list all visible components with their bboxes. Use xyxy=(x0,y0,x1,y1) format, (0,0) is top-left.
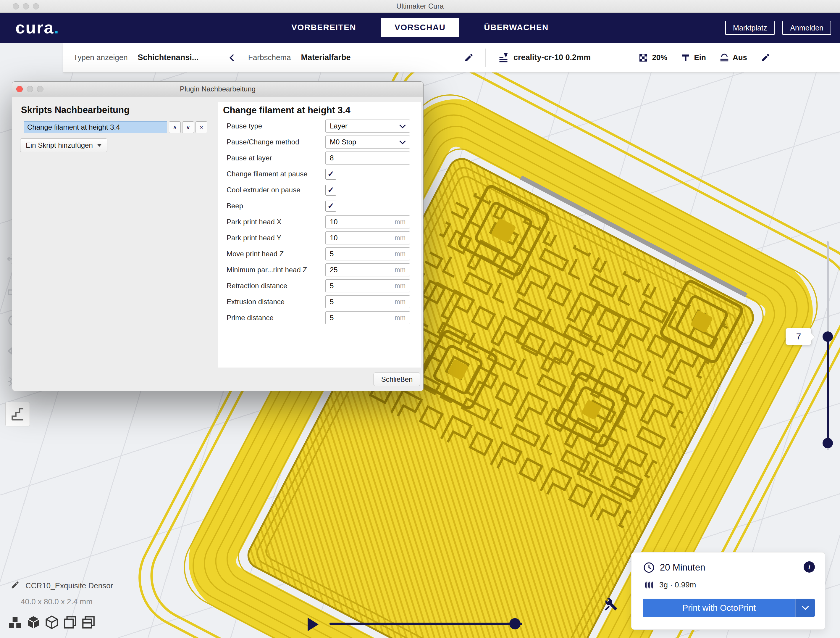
duplicate-documents-icon[interactable] xyxy=(81,615,96,630)
input-value: 10 xyxy=(330,218,338,226)
logo-dot: . xyxy=(54,18,60,37)
view-type-value[interactable]: Schichtenansi... xyxy=(138,53,199,62)
info-icon[interactable]: i xyxy=(804,561,815,573)
active-script-item[interactable]: Change filament at height 3.4 xyxy=(24,121,167,133)
color-scheme-value[interactable]: Materialfarbe xyxy=(301,53,351,62)
edit-settings-pencil-icon[interactable] xyxy=(761,53,770,62)
slice-settings-summary: 20% Ein Aus xyxy=(638,53,770,63)
collapse-chevron-icon[interactable] xyxy=(229,54,234,62)
print-with-octoprint-button[interactable]: Print with OctoPrint xyxy=(643,598,815,617)
field-label: Pause type xyxy=(227,122,262,130)
change-filament-at-pause-checkbox[interactable]: ✓ xyxy=(325,169,336,180)
extrusion-distance-input[interactable]: 5 mm xyxy=(325,295,410,308)
field-label: Move print head Z xyxy=(227,250,284,258)
window-controls xyxy=(13,3,39,9)
close-window-button[interactable] xyxy=(13,3,19,9)
header-actions: Marktplatz Anmelden xyxy=(725,21,831,35)
adhesion-icon xyxy=(720,53,729,62)
chevron-down-icon xyxy=(399,122,406,130)
infill-indicator[interactable]: 20% xyxy=(638,53,667,63)
copy-documents-icon[interactable] xyxy=(63,615,77,630)
current-layer-tag[interactable]: 7 xyxy=(786,328,812,345)
post-processing-dialog: Plugin Nachbearbeitung Skripts Nachbearb… xyxy=(12,81,423,391)
cubes-cluster-icon[interactable] xyxy=(8,615,22,630)
park-print-head-y-input[interactable]: 10 mm xyxy=(325,231,410,244)
cool-extruder-checkbox[interactable]: ✓ xyxy=(325,185,336,196)
park-print-head-x-input[interactable]: 10 mm xyxy=(325,215,410,228)
move-print-head-z-input[interactable]: 5 mm xyxy=(325,247,410,260)
layer-slider-bottom-handle[interactable] xyxy=(823,438,833,448)
field-label: Pause at layer xyxy=(227,154,272,162)
field-row: Retraction distance 5 mm xyxy=(218,278,421,294)
play-button[interactable] xyxy=(308,617,319,631)
tab-preview[interactable]: VORSCHAU xyxy=(381,18,459,37)
minimize-window-button[interactable] xyxy=(23,3,29,9)
dialog-titlebar[interactable]: Plugin Nachbearbeitung xyxy=(12,82,423,97)
dialog-minimize-button[interactable] xyxy=(27,86,33,92)
window-title: Ultimaker Cura xyxy=(396,2,444,10)
material-estimate: 3g · 0.99m xyxy=(659,580,696,589)
adhesion-value: Aus xyxy=(733,53,747,62)
pause-type-select[interactable]: Layer xyxy=(325,120,410,133)
simulation-slider-handle[interactable] xyxy=(509,618,521,629)
view-type-label: Typen anzeigen xyxy=(73,53,128,62)
edit-pencil-icon[interactable] xyxy=(464,53,474,62)
cura-logo: cura. xyxy=(16,17,60,37)
pause-method-select[interactable]: M0 Stop xyxy=(325,136,410,149)
object-list-tile[interactable] xyxy=(5,402,30,426)
adhesion-indicator[interactable]: Aus xyxy=(720,53,747,62)
field-row: Pause/Change method M0 Stop xyxy=(218,134,421,150)
printer-profile[interactable]: creality-cr-10 0.2mm xyxy=(513,53,591,62)
cube-outline-icon[interactable] xyxy=(44,615,59,630)
color-scheme-label: Farbschema xyxy=(248,53,291,62)
field-row: Park print head Y 10 mm xyxy=(218,230,421,246)
print-estimate-panel: 20 Minuten i 3g · 0.99m Print with OctoP… xyxy=(631,552,825,630)
check-icon: ✓ xyxy=(327,201,334,211)
add-script-button[interactable]: Ein Skript hinzufügen xyxy=(20,138,107,152)
field-label: Retraction distance xyxy=(227,282,287,290)
print-time-estimate: 20 Minuten xyxy=(660,562,705,573)
dialog-close-button[interactable] xyxy=(16,86,23,92)
check-icon: ✓ xyxy=(327,185,334,195)
tab-prepare[interactable]: VORBEREITEN xyxy=(278,18,370,37)
layers-printer-icon xyxy=(498,52,509,63)
model-dimensions: 40.0 x 80.0 x 2.4 mm xyxy=(21,597,93,606)
input-value: 5 xyxy=(330,298,334,306)
material-estimate-row: 3g · 0.99m xyxy=(644,580,696,589)
dialog-close-action-button[interactable]: Schließen xyxy=(374,372,420,386)
field-row: Park print head X 10 mm xyxy=(218,214,421,230)
tools-wrench-icon[interactable] xyxy=(603,597,619,612)
unit-label: mm xyxy=(395,250,406,258)
minimum-park-print-head-z-input[interactable]: 25 mm xyxy=(325,263,410,276)
retraction-distance-input[interactable]: 5 mm xyxy=(325,279,410,292)
support-indicator[interactable]: Ein xyxy=(681,53,706,62)
script-settings-panel: Change filament at height 3.4 Pause type… xyxy=(218,102,421,367)
field-label: Prime distance xyxy=(227,313,273,322)
simulation-slider-track[interactable] xyxy=(330,623,522,625)
move-script-up-button[interactable]: ∧ xyxy=(169,121,181,133)
macos-titlebar: Ultimaker Cura xyxy=(0,0,840,13)
dialog-zoom-button[interactable] xyxy=(37,86,43,92)
prime-distance-input[interactable]: 5 mm xyxy=(325,311,410,325)
pause-at-layer-input[interactable]: 8 xyxy=(325,152,410,165)
unit-label: mm xyxy=(395,282,406,290)
cube-solid-icon[interactable] xyxy=(26,615,41,630)
marketplace-button[interactable]: Marktplatz xyxy=(725,21,775,35)
layer-slider-range[interactable] xyxy=(827,336,829,443)
signin-button[interactable]: Anmelden xyxy=(782,21,831,35)
add-script-label: Ein Skript hinzufügen xyxy=(26,141,93,149)
rename-model-pencil-icon[interactable] xyxy=(11,581,19,589)
app-header: cura. VORBEREITEN VORSCHAU ÜBERWACHEN Ma… xyxy=(0,13,840,43)
unit-label: mm xyxy=(395,218,406,226)
print-options-chevron[interactable] xyxy=(795,598,815,617)
print-settings-section: creality-cr-10 0.2mm 20% Ein Aus xyxy=(486,43,840,72)
beep-checkbox[interactable]: ✓ xyxy=(325,201,336,212)
tab-monitor[interactable]: ÜBERWACHEN xyxy=(470,18,562,37)
move-script-down-button[interactable]: ∨ xyxy=(182,121,194,133)
remove-script-button[interactable]: × xyxy=(196,121,207,133)
layer-slider-top-handle[interactable] xyxy=(823,331,833,342)
input-value: 5 xyxy=(330,282,334,290)
zoom-window-button[interactable] xyxy=(33,3,39,9)
field-label: Park print head Y xyxy=(227,234,281,242)
field-row: Minimum par...rint head Z 25 mm xyxy=(218,262,421,278)
